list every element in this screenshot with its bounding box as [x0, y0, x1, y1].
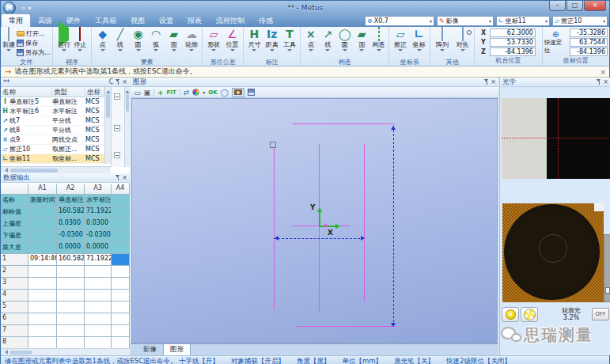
data-output-title: 数据输出: [3, 173, 30, 183]
ring-light-button[interactable]: [521, 307, 538, 322]
slider-thumb[interactable]: [605, 287, 610, 294]
close-panel-icon[interactable]: ×: [603, 78, 608, 85]
tab-graphics-view[interactable]: 图形: [163, 343, 191, 355]
pin-icon[interactable]: [116, 175, 119, 180]
pin-icon[interactable]: [484, 79, 488, 85]
list-item[interactable]: I 垂直标注5垂直标注MCS: [1, 97, 104, 107]
dim-distance-button[interactable]: Iz 距离: [263, 28, 281, 58]
light-off-button[interactable]: OFF: [592, 308, 609, 320]
status-unit[interactable]: 单位【mm】: [343, 357, 383, 364]
align-button[interactable]: ▱ 擦正: [391, 28, 410, 58]
coord-button[interactable]: ∟ 坐标: [410, 28, 429, 58]
element-arc-button[interactable]: ◠ 弧: [147, 28, 165, 58]
coord-combobox[interactable]: ∟ 坐标11▾: [496, 16, 550, 26]
pin-icon[interactable]: [116, 79, 119, 85]
save-view-icon[interactable]: [248, 89, 255, 96]
run-button[interactable]: 运行: [57, 28, 70, 58]
collapsed-tree-strip[interactable]: [111, 87, 130, 167]
graphics-canvas[interactable]: Y X: [131, 98, 498, 343]
ok-button[interactable]: OK: [208, 88, 217, 97]
element-point-button[interactable]: ◆ 点: [93, 28, 112, 58]
tab-gaoji[interactable]: 高级: [31, 14, 59, 27]
tab-gongjuxiang[interactable]: 工具箱: [88, 14, 123, 27]
list-item[interactable]: H 水平标注6水平标注MCS: [1, 107, 104, 116]
stop-button[interactable]: 停止: [74, 28, 86, 58]
camera-live-view[interactable]: [502, 98, 610, 179]
tab-chuangan[interactable]: 传感: [252, 14, 280, 27]
element-list-vscrollbar[interactable]: [104, 87, 111, 164]
quick-position-icon: ⊕: [552, 30, 559, 39]
camera-button[interactable]: [232, 88, 244, 97]
group-elements: ◆ 点 ╱ 线 ◉ 圆 ◠ 弧 ▰ 面: [92, 27, 203, 66]
refresh-icon[interactable]: C: [109, 78, 114, 85]
array-button[interactable]: 阵列: [432, 28, 453, 58]
table-cell[interactable]: 09:14:46: [28, 254, 57, 266]
circle-select-icon[interactable]: ◯: [221, 88, 229, 97]
construct-generic-button[interactable]: 构造: [370, 28, 387, 58]
ring-light-control[interactable]: [502, 203, 604, 302]
status-laser[interactable]: 激光笔【关】: [394, 357, 434, 364]
tab-image-view[interactable]: 影像: [137, 344, 163, 355]
dropdown-icon[interactable]: ▾: [203, 88, 205, 97]
surface-light-button[interactable]: [502, 307, 519, 322]
element-plane-button[interactable]: ▰ 面: [165, 28, 183, 58]
status-snap[interactable]: 对象捕获【开启】: [231, 357, 285, 364]
gdt-shape-button[interactable]: ▱ 形状: [204, 28, 223, 58]
crosshair-vertical: [558, 98, 559, 179]
new-button[interactable]: 新建: [2, 28, 15, 58]
status-angle[interactable]: 角度【度】: [297, 357, 331, 364]
message-close-icon[interactable]: ×: [600, 68, 606, 76]
fit-button[interactable]: FIT: [167, 88, 176, 97]
swap-view-icon[interactable]: ⇄: [184, 88, 190, 97]
tab-shitu[interactable]: 视图: [123, 14, 152, 27]
col-header: A3: [85, 184, 112, 195]
dim-size-button[interactable]: H 尺寸: [245, 28, 263, 58]
status-crosshair[interactable]: 十字线【开】: [179, 357, 219, 364]
save-as-button[interactable]: 另存为...: [17, 48, 51, 57]
align-combobox[interactable]: ▱ 擦正10▾: [552, 16, 608, 26]
tab-liuchengkongzhi[interactable]: 流程控制: [209, 14, 252, 27]
sensor-combobox[interactable]: ✎ 影像▾: [437, 16, 494, 26]
open-button[interactable]: 打开...: [17, 29, 51, 38]
list-item[interactable]: ↗ 线7平分线MCS: [1, 116, 104, 126]
table-cell[interactable]: 71.1922: [85, 254, 112, 266]
light-intensity-slider[interactable]: [604, 234, 610, 302]
pick-handle-square: [270, 142, 276, 148]
crop-icon[interactable]: ▭: [134, 88, 141, 97]
save-button[interactable]: 保存: [17, 39, 51, 47]
close-panel-icon[interactable]: ×: [491, 78, 496, 85]
list-item-selected[interactable]: ∟ 坐标11取坐标...MCS: [1, 154, 104, 164]
zoom-combobox[interactable]: ⊕ X0.7▾: [365, 16, 434, 26]
list-item[interactable]: ▱ 擦正10取擦正...MCS: [1, 145, 104, 154]
data-output-hscrollbar[interactable]: [1, 348, 130, 355]
close-button[interactable]: ×: [584, 1, 606, 11]
element-line-button[interactable]: ╱ 线: [112, 28, 130, 58]
zoom-in-icon[interactable]: +: [157, 88, 164, 97]
close-panel-icon[interactable]: ×: [122, 78, 127, 85]
construct-point-button[interactable]: × 点: [302, 28, 319, 58]
selected-cell[interactable]: [112, 254, 130, 266]
tab-baobiao[interactable]: 报表: [180, 14, 209, 27]
dim-tool-button[interactable]: T 工具: [281, 28, 298, 58]
list-item[interactable]: ↗ 线8平分线MCS: [1, 126, 104, 135]
element-profile-button[interactable]: ☁ 轮廓: [183, 28, 201, 58]
fit-window-icon[interactable]: ▣: [144, 88, 151, 97]
minimize-button[interactable]: –: [549, 1, 566, 11]
pin-icon[interactable]: [597, 79, 601, 85]
tab-shezhi[interactable]: 设置: [152, 14, 180, 27]
table-cell[interactable]: 160.5828: [57, 254, 85, 266]
status-limit[interactable]: 快速2级限位【关闭】: [446, 357, 511, 364]
construct-plane-button[interactable]: ▰ 面: [353, 28, 369, 58]
maximize-button[interactable]: □: [566, 1, 583, 11]
coord-axes-icon: ∟: [415, 28, 424, 41]
gdt-position-button[interactable]: ∠ 位置: [223, 28, 242, 58]
element-circle-button[interactable]: ◉ 圆: [129, 28, 147, 58]
focus-button[interactable]: 对焦: [453, 28, 473, 58]
close-panel-icon[interactable]: ×: [122, 174, 127, 181]
construct-circle-button[interactable]: ◯ 圆: [336, 28, 353, 58]
color-wheel-icon[interactable]: [192, 89, 199, 96]
list-item[interactable]: × 点9两线交点MCS: [1, 135, 104, 145]
quick-position-button[interactable]: ⊕ 快速定位: [544, 30, 567, 55]
tab-changyong[interactable]: 常用: [1, 13, 31, 27]
construct-line-button[interactable]: ↗ 线: [320, 28, 336, 58]
